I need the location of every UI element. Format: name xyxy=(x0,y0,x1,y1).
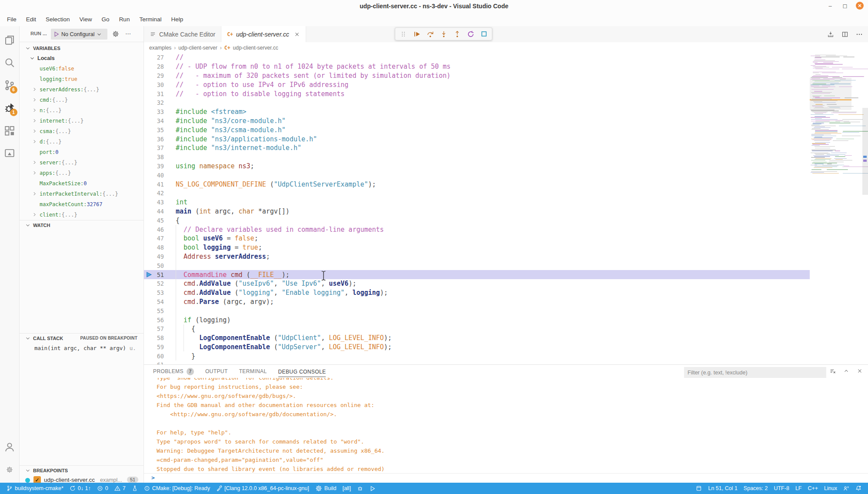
code-line-50[interactable]: 50 xyxy=(144,261,868,270)
code-line-58[interactable]: 58 LogComponentEnable ("UdpClient", LOG_… xyxy=(144,334,868,343)
code-line-60[interactable]: 60 } xyxy=(144,351,868,360)
variable-row[interactable]: interPacketInterval: {...} xyxy=(20,189,144,199)
tab-cmake-cache-editor[interactable]: CMake Cache Editor xyxy=(144,26,221,42)
code-line-48[interactable]: 48 bool logging = true; xyxy=(144,243,868,252)
tab-udp-client-server-cc[interactable]: C+udp-client-server.cc xyxy=(221,26,306,42)
chevron-right-icon[interactable] xyxy=(32,160,37,165)
more-actions-icon[interactable] xyxy=(856,31,863,38)
variable-row[interactable]: server: {...} xyxy=(20,157,144,168)
console-prompt[interactable]: > xyxy=(144,473,868,482)
step-out-button[interactable] xyxy=(452,29,462,39)
launch-button[interactable] xyxy=(366,483,379,494)
stop-button[interactable] xyxy=(479,29,489,39)
menu-go[interactable]: Go xyxy=(97,12,114,26)
breadcrumb-item[interactable]: examples xyxy=(149,45,171,51)
close-icon[interactable] xyxy=(294,31,300,37)
sync-status[interactable]: 0↓ 1↑ xyxy=(67,483,94,494)
code-line-27[interactable]: 27// xyxy=(144,53,868,62)
variable-row[interactable]: MaxPacketSize: 0 xyxy=(20,178,144,189)
chevron-right-icon[interactable] xyxy=(32,107,37,113)
code-line-54[interactable]: 54 cmd.Parse (argc, argv); xyxy=(144,297,868,307)
language-mode[interactable]: C++ xyxy=(805,483,821,494)
chevron-right-icon[interactable] xyxy=(32,87,37,92)
code-line-47[interactable]: 47 bool useV6 = false; xyxy=(144,234,868,243)
maximize-button[interactable]: ◻ xyxy=(841,2,849,10)
build-target[interactable]: [all] xyxy=(339,483,354,494)
more-actions-icon[interactable]: ⋯ xyxy=(125,30,131,37)
close-button[interactable]: ✕ xyxy=(856,2,864,10)
variable-row[interactable]: port: 0 xyxy=(20,147,144,157)
menu-terminal[interactable]: Terminal xyxy=(134,12,166,26)
gear-icon[interactable] xyxy=(112,30,119,37)
variable-row[interactable]: apps: {...} xyxy=(20,168,144,178)
menu-run[interactable]: Run xyxy=(114,12,135,26)
variable-row[interactable]: internet: {...} xyxy=(20,116,144,126)
code-line-34[interactable]: 34#include "ns3/core-module.h" xyxy=(144,117,868,126)
build-button[interactable]: Build xyxy=(312,483,340,494)
activity-search[interactable] xyxy=(0,51,20,74)
clear-console-icon[interactable] xyxy=(829,368,836,374)
code-line-33[interactable]: 33#include <fstream> xyxy=(144,107,868,117)
code-line-42[interactable]: 42 xyxy=(144,189,868,198)
menu-file[interactable]: File xyxy=(2,12,21,26)
menu-help[interactable]: Help xyxy=(166,12,188,26)
debug-button[interactable] xyxy=(354,483,366,494)
code-line-46[interactable]: 46 // Declare variables used in command-… xyxy=(144,225,868,234)
step-into-button[interactable] xyxy=(438,29,449,39)
debug-target[interactable] xyxy=(129,483,141,494)
code-line-31[interactable]: 31// - option to disable logging stateme… xyxy=(144,89,868,98)
cmake-status[interactable]: CMake: [Debug]: Ready xyxy=(141,483,213,494)
panel-tab-debug-console[interactable]: DEBUG CONSOLE xyxy=(278,369,326,374)
code-line-44[interactable]: 44main (int argc, char *argv[]) xyxy=(144,207,868,216)
code-line-45[interactable]: 45{ xyxy=(144,216,868,225)
breadcrumb-item[interactable]: udp-client-server.cc xyxy=(233,45,278,51)
code-line-56[interactable]: 56 if (logging) xyxy=(144,315,868,324)
remote-indicator[interactable] xyxy=(693,483,705,494)
activity-accounts[interactable] xyxy=(0,436,20,458)
restart-button[interactable] xyxy=(465,29,476,39)
feedback[interactable] xyxy=(840,483,852,494)
chevron-right-icon[interactable] xyxy=(32,191,37,197)
notifications-bell[interactable] xyxy=(852,483,865,494)
editor-scrollbar[interactable] xyxy=(862,108,868,195)
locals-scope[interactable]: Locals xyxy=(20,53,144,63)
console-filter-input[interactable] xyxy=(684,367,826,378)
panel-tab-terminal[interactable]: TERMINAL xyxy=(239,368,267,374)
variable-row[interactable]: serverAddress: {...} xyxy=(20,84,144,95)
callstack-section-header[interactable]: CALL STACK PAUSED ON BREAKPOINT xyxy=(20,333,144,343)
variable-row[interactable]: logging: true xyxy=(20,74,144,84)
variable-row[interactable]: cmd: {...} xyxy=(20,95,144,105)
activity-run-and-debug[interactable]: 1 xyxy=(0,97,20,119)
run-panel-icon[interactable] xyxy=(827,31,834,38)
encoding[interactable]: UTF-8 xyxy=(771,483,792,494)
minimap[interactable] xyxy=(810,53,851,179)
variable-row[interactable]: n: {...} xyxy=(20,105,144,116)
activity-explorer[interactable] xyxy=(0,29,20,51)
code-editor[interactable]: 27//28// - UDP flow from n0 to n1 of 102… xyxy=(144,53,868,364)
code-line-28[interactable]: 28// - UDP flow from n0 to n1 of 1024 by… xyxy=(144,62,868,71)
launch-config-dropdown[interactable]: No Configural xyxy=(51,29,107,40)
collapse-panel-icon[interactable] xyxy=(843,368,849,374)
activity-source-control[interactable]: 6 xyxy=(0,74,20,97)
variable-row[interactable]: d: {...} xyxy=(20,137,144,147)
active-kit[interactable]: [Clang 12.0.0 x86_64-pc-linux-gnu] xyxy=(213,483,312,494)
chevron-right-icon[interactable] xyxy=(32,118,37,124)
variable-row[interactable]: maxPacketCount: 32767 xyxy=(20,199,144,210)
variables-section-header[interactable]: VARIABLES xyxy=(20,43,144,53)
git-branch-status[interactable]: buildsystem-cmake* xyxy=(3,483,67,494)
code-line-30[interactable]: 30// - option to use IPv4 or IPv6 addres… xyxy=(144,80,868,89)
code-line-37[interactable]: 37#include "ns3/internet-module.h" xyxy=(144,144,868,153)
split-editor-icon[interactable] xyxy=(841,31,848,38)
eol-sequence[interactable]: LF xyxy=(792,483,805,494)
start-debug-icon[interactable] xyxy=(53,31,60,37)
chevron-right-icon[interactable] xyxy=(32,128,37,134)
indentation[interactable]: Spaces: 2 xyxy=(741,483,771,494)
chevron-right-icon[interactable] xyxy=(32,212,37,217)
panel-tab-problems[interactable]: PROBLEMS7 xyxy=(153,368,194,375)
code-line-49[interactable]: 49 Address serverAddress; xyxy=(144,252,868,261)
menu-edit[interactable]: Edit xyxy=(21,12,41,26)
code-line-39[interactable]: 39using namespace ns3; xyxy=(144,162,868,171)
breakpoints-section-header[interactable]: BREAKPOINTS xyxy=(20,465,144,475)
variable-row[interactable]: client: {...} xyxy=(20,210,144,220)
warnings-count[interactable]: 7 xyxy=(111,483,129,494)
